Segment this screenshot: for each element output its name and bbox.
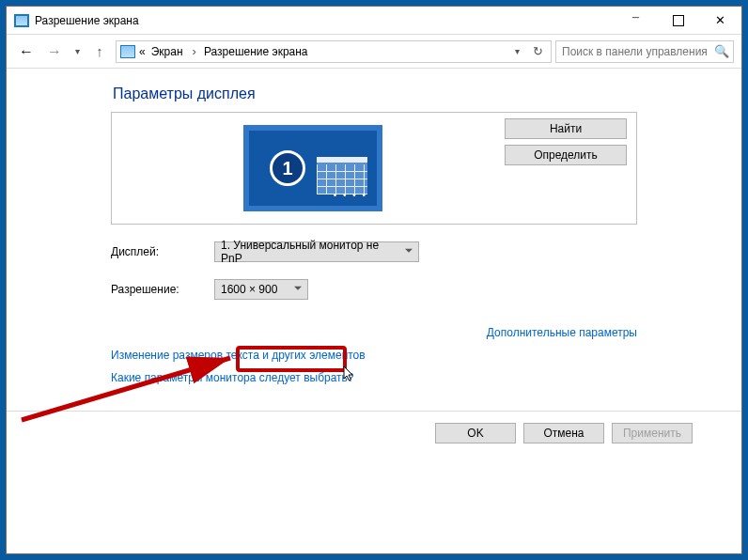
- monitor-number-badge: 1: [270, 150, 305, 186]
- titlebar: Разрешение экрана: [7, 7, 741, 35]
- monitor-dots-icon: • • • •: [334, 190, 367, 200]
- up-button[interactable]: ↑: [87, 43, 112, 59]
- cancel-button[interactable]: Отмена: [523, 423, 604, 443]
- minimize-button[interactable]: [615, 7, 657, 35]
- identify-button[interactable]: Определить: [505, 145, 627, 165]
- close-button[interactable]: [699, 7, 741, 35]
- search-input[interactable]: [560, 44, 714, 59]
- page-heading: Параметры дисплея: [113, 86, 637, 102]
- monitor-preview-area[interactable]: 1 • • • •: [121, 118, 505, 218]
- search-box[interactable]: 🔍: [555, 40, 734, 63]
- apply-button[interactable]: Применить: [612, 423, 693, 443]
- forward-button[interactable]: →: [42, 43, 67, 60]
- search-icon[interactable]: 🔍: [714, 44, 729, 58]
- monitor-preview[interactable]: 1 • • • •: [243, 125, 382, 211]
- footer-buttons: OK Отмена Применить: [7, 412, 741, 462]
- history-chevron-icon[interactable]: ▾: [70, 46, 84, 56]
- breadcrumb-item-resolution[interactable]: Разрешение экрана: [200, 41, 314, 62]
- breadcrumb-separator-icon: [191, 44, 198, 58]
- display-label: Дисплей:: [111, 245, 214, 258]
- resolution-label: Разрешение:: [111, 283, 214, 296]
- maximize-button[interactable]: [657, 7, 699, 35]
- resolution-value: 1600 × 900: [221, 283, 277, 296]
- advanced-link[interactable]: Дополнительные параметры: [111, 326, 637, 339]
- control-panel-window: Разрешение экрана ← → ▾ ↑ « Экран Разреш…: [6, 6, 742, 554]
- find-button[interactable]: Найти: [505, 118, 627, 139]
- navbar: ← → ▾ ↑ « Экран Разрешение экрана ▾ ↻ 🔍: [7, 35, 741, 69]
- monitor-small-icon: [120, 45, 135, 58]
- back-button[interactable]: ←: [14, 43, 39, 60]
- breadcrumb-prefix: «: [139, 45, 146, 58]
- display-value: 1. Универсальный монитор не PnP: [221, 239, 401, 265]
- ok-button[interactable]: OK: [435, 423, 516, 443]
- display-dropdown[interactable]: 1. Универсальный монитор не PnP: [214, 241, 419, 262]
- resize-text-link[interactable]: Изменение размеров текста и других элеме…: [111, 349, 637, 362]
- address-dropdown-icon[interactable]: ▾: [509, 46, 525, 56]
- which-settings-link[interactable]: Какие параметры монитора следует выбрать…: [111, 371, 637, 384]
- monitor-icon: [14, 14, 29, 27]
- page-body: Параметры дисплея 1 • • • • Найти Опреде…: [7, 69, 741, 553]
- monitor-preview-box: 1 • • • • Найти Определить: [111, 112, 637, 225]
- breadcrumb-item-screen[interactable]: Экран: [148, 41, 189, 62]
- address-bar[interactable]: « Экран Разрешение экрана ▾ ↻: [116, 40, 552, 63]
- refresh-button[interactable]: ↻: [527, 44, 549, 58]
- calendar-icon: [317, 157, 367, 194]
- window-title: Разрешение экрана: [35, 14, 615, 27]
- resolution-dropdown[interactable]: 1600 × 900: [214, 279, 308, 300]
